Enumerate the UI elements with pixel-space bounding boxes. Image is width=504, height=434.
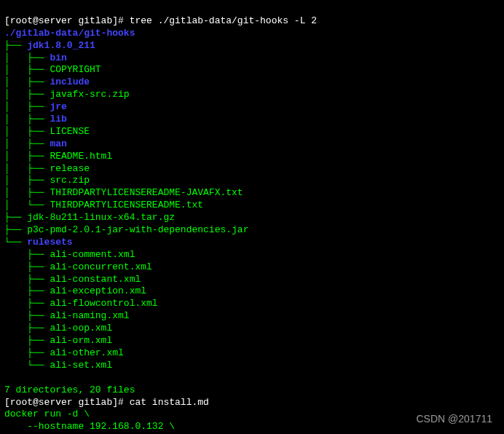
tree-file: │ ├── COPYRIGHT — [4, 64, 101, 75]
tree-file: ├── ali-comment.xml — [4, 249, 135, 260]
tree-branch: │ ├── — [4, 76, 50, 87]
tree-file: │ ├── README.html — [4, 151, 112, 162]
tree-file: │ ├── release — [4, 163, 90, 174]
tree-file: ├── ali-naming.xml — [4, 310, 130, 321]
tree-file: ├── jdk-8u211-linux-x64.tar.gz — [4, 212, 175, 223]
tree-branch: │ ├── — [4, 114, 50, 125]
tree-branch: │ ├── — [4, 101, 50, 112]
tree-file: │ ├── LICENSE — [4, 126, 90, 137]
output-path: ./gitlab-data/git-hooks — [4, 28, 135, 39]
dir-name: man — [50, 138, 66, 149]
dir-name: jre — [50, 101, 66, 112]
dir-name: include — [50, 76, 90, 87]
terminal-output[interactable]: [root@server gitlab]# tree ./gitlab-data… — [0, 0, 504, 434]
prompt-line: [root@server gitlab]# cat install.md — [4, 397, 209, 408]
tree-file: ├── ali-other.xml — [4, 347, 124, 358]
prompt-line: [root@server gitlab]# tree ./gitlab-data… — [4, 15, 317, 26]
summary-line: 7 directories, 20 files — [4, 384, 135, 395]
tree-file: │ └── THIRDPARTYLICENSEREADME.txt — [4, 200, 203, 210]
dir-name: bin — [50, 52, 66, 63]
dir-name: jdk1.8.0_211 — [27, 40, 95, 51]
tree-file: │ ├── javafx-src.zip — [4, 89, 130, 100]
tree-branch: │ ├── — [4, 52, 50, 63]
tree-file: ├── ali-exception.xml — [4, 285, 146, 296]
tree-branch: │ ├── — [4, 138, 50, 149]
tree-file: ├── ali-concurrent.xml — [4, 261, 152, 272]
tree-file: ├── p3c-pmd-2.0.1-jar-with-dependencies.… — [4, 224, 248, 235]
tree-file: └── ali-set.xml — [4, 360, 112, 371]
file-content: docker run -d \ — [4, 409, 90, 419]
tree-file: ├── ali-flowcontrol.xml — [4, 298, 158, 309]
dir-name: rulesets — [27, 237, 72, 248]
tree-file: │ ├── THIRDPARTYLICENSEREADME-JAVAFX.txt — [4, 187, 243, 198]
blank-line — [4, 372, 10, 383]
tree-file: ├── ali-orm.xml — [4, 335, 112, 346]
dir-name: lib — [50, 114, 66, 125]
file-content: --hostname 192.168.0.132 \ — [4, 421, 175, 432]
tree-branch: └── — [4, 237, 27, 248]
tree-file: ├── ali-constant.xml — [4, 274, 141, 285]
tree-file: │ ├── src.zip — [4, 175, 90, 186]
tree-branch: ├── — [4, 40, 27, 51]
watermark-text: CSDN @201711 — [417, 412, 493, 425]
tree-file: ├── ali-oop.xml — [4, 323, 112, 334]
